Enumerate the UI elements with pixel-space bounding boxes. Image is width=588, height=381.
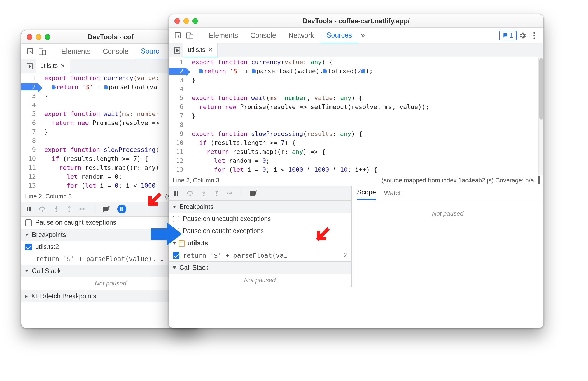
svg-rect-5 (29, 207, 31, 211)
zoom-window-button[interactable] (192, 18, 198, 24)
kebab-menu-icon[interactable] (528, 30, 540, 41)
gear-icon[interactable] (517, 30, 528, 41)
close-window-button[interactable] (174, 18, 180, 24)
svg-point-24 (227, 193, 228, 194)
svg-point-6 (42, 210, 43, 212)
tab-console[interactable]: Console (97, 44, 135, 59)
devtools-tabstrip: Elements Console Network Sources » 1 (169, 28, 543, 43)
scope-not-paused: Not paused (352, 207, 543, 220)
minimize-window-button[interactable] (36, 34, 41, 40)
svg-rect-20 (177, 191, 178, 196)
svg-point-8 (69, 211, 70, 212)
device-toggle-icon[interactable] (36, 46, 48, 57)
annotation-red-arrow-left (146, 193, 161, 208)
step-into-icon[interactable] (53, 206, 59, 212)
navigator-toggle-icon[interactable] (24, 63, 36, 70)
breakpoints-header[interactable]: Breakpoints (169, 201, 351, 213)
breakpoint-checkbox[interactable] (25, 244, 32, 250)
deactivate-breakpoints-icon[interactable] (250, 190, 258, 197)
close-tab-icon[interactable]: ✕ (208, 47, 213, 53)
annotation-blue-arrow (151, 220, 176, 246)
issues-badge[interactable]: 1 (499, 31, 517, 40)
debugger-toolbar (169, 186, 351, 201)
scope-tabs: Scope Watch (352, 186, 543, 200)
cursor-position: Line 2, Column 3 (173, 177, 219, 184)
chevron-down-icon (173, 206, 176, 208)
step-into-icon[interactable] (201, 190, 207, 197)
not-paused-label: Not paused (169, 274, 351, 287)
svg-point-15 (533, 32, 535, 34)
svg-rect-19 (174, 191, 176, 196)
file-tab-label: utils.ts (188, 46, 205, 54)
more-tabs-icon[interactable]: » (358, 31, 368, 40)
pause-uncaught-row: Pause on uncaught exceptions (169, 213, 351, 225)
scope-watch-panel: Scope Watch Not paused (351, 186, 543, 287)
pause-icon[interactable] (25, 206, 32, 212)
svg-rect-14 (190, 34, 193, 39)
svg-point-7 (56, 211, 57, 212)
pause-icon[interactable] (173, 190, 179, 197)
tab-scope[interactable]: Scope (357, 188, 376, 200)
step-out-icon[interactable] (214, 190, 220, 197)
tab-console[interactable]: Console (244, 28, 282, 43)
tab-network[interactable]: Network (282, 28, 320, 43)
svg-rect-4 (27, 207, 28, 211)
svg-point-21 (189, 194, 191, 196)
navigator-toggle-icon[interactable] (171, 47, 183, 54)
chevron-down-icon (173, 266, 176, 269)
step-over-icon[interactable] (186, 190, 194, 197)
svg-point-22 (203, 195, 205, 196)
window-controls (27, 34, 50, 40)
callstack-header[interactable]: Call Stack (169, 262, 351, 274)
svg-point-16 (533, 35, 535, 36)
pause-caught-checkbox[interactable] (25, 219, 32, 226)
breakpoint-checkbox[interactable] (173, 252, 179, 259)
file-tab-utils[interactable]: utils.ts ✕ (183, 43, 218, 57)
close-tab-icon[interactable]: ✕ (60, 62, 65, 69)
zoom-window-button[interactable] (45, 34, 50, 40)
step-over-icon[interactable] (39, 206, 46, 212)
annotation-red-arrow-right (314, 227, 330, 243)
deactivate-breakpoints-icon[interactable] (102, 206, 111, 212)
file-tab-label: utils.ts (40, 62, 58, 69)
breakpoint-gutter[interactable]: 2 (169, 68, 186, 75)
svg-rect-10 (120, 207, 122, 211)
file-tab-utils[interactable]: utils.ts ✕ (36, 59, 70, 73)
scrollbar[interactable] (538, 57, 543, 175)
svg-point-23 (216, 195, 218, 196)
close-window-button[interactable] (27, 34, 32, 40)
titlebar: DevTools - coffee-cart.netlify.app/ (169, 14, 543, 28)
minimize-window-button[interactable] (183, 18, 189, 24)
tab-sources[interactable]: Sourc (135, 44, 165, 59)
pause-caught-label: Pause on caught exceptions (35, 219, 116, 226)
svg-rect-2 (42, 50, 46, 55)
step-icon[interactable] (79, 206, 86, 212)
source-map-info: (source mapped from index.1ac4eab2.js) C… (382, 177, 540, 184)
tab-sources[interactable]: Sources (320, 28, 358, 43)
svg-point-9 (80, 208, 81, 210)
file-tabs: utils.ts ✕ (169, 43, 543, 57)
svg-point-17 (533, 37, 535, 39)
expand-icon[interactable] (538, 176, 540, 184)
step-icon[interactable] (227, 190, 234, 196)
breakpoint-line-number: 2 (343, 252, 347, 259)
toolbar-divider (52, 46, 52, 57)
cursor-position: Line 2, Column 3 (25, 193, 72, 200)
tab-elements[interactable]: Elements (203, 28, 244, 43)
chevron-right-icon (25, 295, 28, 298)
source-editor[interactable]: 1export function currency(value: any) { … (169, 57, 538, 175)
tab-elements[interactable]: Elements (55, 44, 97, 59)
pause-exceptions-button[interactable] (117, 205, 126, 213)
inspect-icon[interactable] (25, 46, 36, 57)
editor-status: Line 2, Column 3 (source mapped from ind… (169, 175, 543, 186)
step-out-icon[interactable] (66, 206, 72, 212)
debugger-panels: Breakpoints Pause on uncaught exceptions… (169, 186, 543, 287)
breakpoint-item[interactable]: return '$' + parseFloat(va… 2 (169, 249, 351, 261)
window-controls (174, 18, 198, 24)
tab-watch[interactable]: Watch (384, 189, 403, 200)
devtools-window-right: DevTools - coffee-cart.netlify.app/ Elem… (169, 14, 544, 328)
chevron-down-icon (25, 270, 29, 272)
inspect-icon[interactable] (172, 30, 184, 41)
device-toggle-icon[interactable] (184, 30, 196, 41)
breakpoint-gutter[interactable]: 2 (21, 83, 38, 90)
